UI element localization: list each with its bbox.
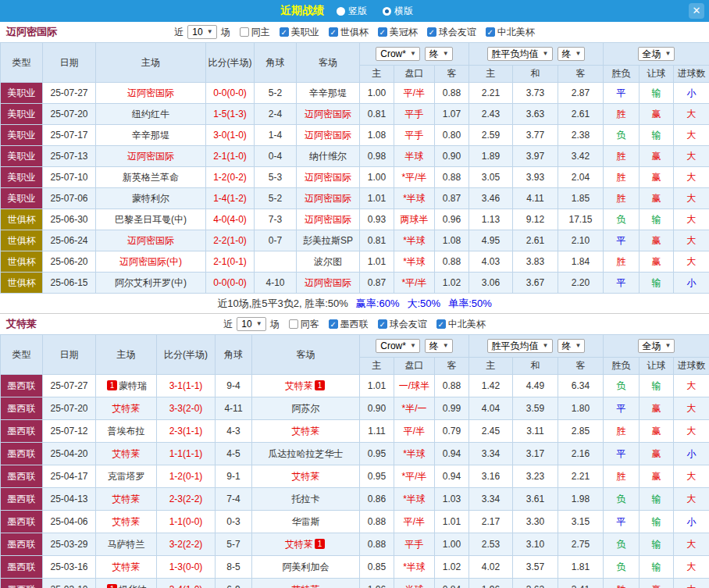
summary-line: 近10场,胜5平3负2, 胜率:50%赢率:60%大:50%单率:50% bbox=[0, 294, 709, 314]
asian-away-odds: 0.88 bbox=[435, 251, 469, 273]
filter-checkbox[interactable]: 同客 bbox=[289, 318, 319, 331]
match-date: 25-07-06 bbox=[43, 188, 96, 209]
team-name: 纽约红牛 bbox=[132, 109, 169, 119]
table-row: 美职业 25-07-27 迈阿密国际 0-0(0-0) 5-2 辛辛那堤 1.0… bbox=[1, 83, 709, 104]
euro-draw-odds: 2.61 bbox=[513, 230, 558, 251]
euro-away-odds: 1.80 bbox=[558, 397, 604, 420]
checkbox-icon[interactable] bbox=[240, 27, 249, 37]
team-name: 蒙特瑞 bbox=[119, 380, 147, 391]
score-cell: 1-2(0-2) bbox=[206, 167, 255, 188]
filter-checkbox[interactable]: 同主 bbox=[240, 26, 270, 39]
score-cell: 1-1(0-0) bbox=[157, 511, 216, 533]
match-scope-select[interactable]: 全场▼ bbox=[638, 47, 675, 61]
handicap-cell: *半/一 bbox=[394, 397, 435, 420]
euro-draw-odds: 3.17 bbox=[513, 443, 558, 465]
result-cell: 负 bbox=[604, 556, 640, 579]
handicap-result-cell: 赢 bbox=[640, 230, 674, 251]
match-scope-select[interactable]: 全场▼ bbox=[638, 339, 675, 353]
euro-stage-select[interactable]: 终▼ bbox=[558, 339, 586, 353]
checkbox-icon[interactable]: ✓ bbox=[329, 319, 338, 329]
league-badge: 美职业 bbox=[1, 167, 43, 188]
asian-away-odds: 0.84 bbox=[435, 579, 469, 588]
euro-draw-odds: 3.73 bbox=[513, 83, 558, 104]
league-badge: 墨西联 bbox=[1, 511, 43, 533]
euro-draw-odds: 3.59 bbox=[513, 397, 558, 420]
asian-home-odds: 0.85 bbox=[360, 556, 394, 579]
team-name: 迈阿密国际 bbox=[305, 130, 351, 141]
euro-home-odds: 1.13 bbox=[469, 209, 513, 230]
checkbox-icon[interactable]: ✓ bbox=[378, 27, 387, 37]
euro-stage-select[interactable]: 终▼ bbox=[558, 47, 586, 61]
euro-average-select[interactable]: 胜平负均值▼ bbox=[487, 339, 553, 353]
score-cell: 1-2(0-1) bbox=[157, 465, 216, 488]
goals-result-cell: 大 bbox=[674, 556, 709, 579]
recent-games-select[interactable]: 10▼ bbox=[237, 317, 265, 331]
home-team-cell: 1蒙特瑞 bbox=[96, 375, 157, 397]
checkbox-icon[interactable]: ✓ bbox=[329, 27, 338, 37]
goals-result-cell: 大 bbox=[674, 230, 709, 251]
checkbox-icon[interactable] bbox=[289, 319, 298, 329]
odds-stage-select[interactable]: 终▼ bbox=[425, 47, 453, 61]
away-team-cell: 迈阿密国际 bbox=[297, 104, 360, 125]
checkbox-icon[interactable]: ✓ bbox=[436, 319, 446, 329]
radio-icon[interactable] bbox=[337, 7, 345, 16]
table-row: 墨西联 25-03-16 艾特莱 1-3(0-0) 8-5 阿美利加会 0.85… bbox=[1, 556, 709, 579]
asian-odds-group-header: Crow*▼ 终▼ bbox=[360, 43, 469, 66]
result-cell: 胜 bbox=[604, 146, 640, 167]
handicap-result-cell: 赢 bbox=[640, 579, 674, 588]
team-name: 辛辛那堤 bbox=[132, 130, 169, 141]
score-cell: 1-4(1-2) bbox=[206, 188, 255, 209]
team-name: 艾特莱 bbox=[112, 403, 141, 414]
away-team-cell: 艾特莱 bbox=[252, 420, 360, 443]
bookmaker-select[interactable]: Crow*▼ bbox=[376, 47, 420, 61]
handicap-result-cell: 输 bbox=[640, 533, 674, 556]
asian-home-odds: 0.88 bbox=[360, 533, 394, 556]
goals-result-cell: 小 bbox=[674, 443, 709, 465]
result-cell: 胜 bbox=[604, 420, 640, 443]
filter-checkbox[interactable]: ✓美职业 bbox=[280, 26, 319, 39]
filter-checkbox[interactable]: ✓中北美杯 bbox=[436, 318, 486, 331]
asian-home-odds: 1.06 bbox=[360, 579, 394, 588]
home-team-cell: 普埃布拉 bbox=[96, 420, 157, 443]
filter-checkbox[interactable]: ✓中北美杯 bbox=[486, 26, 535, 39]
filter-checkbox[interactable]: ✓美冠杯 bbox=[378, 26, 418, 39]
col-header-handicap: 盘口 bbox=[394, 358, 435, 375]
filter-checkbox[interactable]: ✓球会友谊 bbox=[378, 318, 427, 331]
league-badge: 墨西联 bbox=[1, 533, 43, 556]
filter-checkbox[interactable]: ✓球会友谊 bbox=[427, 26, 476, 39]
filter-checkbox[interactable]: ✓墨西联 bbox=[329, 318, 369, 331]
table-row: 世俱杯 25-06-15 阿尔艾利开罗(中) 0-0(0-0) 4-10 迈阿密… bbox=[1, 273, 709, 294]
asian-away-odds: 1.03 bbox=[435, 488, 469, 511]
recent-games-select[interactable]: 10▼ bbox=[187, 25, 216, 39]
checkbox-icon[interactable]: ✓ bbox=[427, 27, 436, 37]
corners-cell: 2-4 bbox=[255, 104, 297, 125]
odds-stage-select[interactable]: 终▼ bbox=[425, 339, 453, 353]
team-name: 艾特莱 bbox=[285, 539, 313, 550]
filter-checkbox[interactable]: ✓世俱杯 bbox=[329, 26, 369, 39]
away-team-cell: 艾特莱 bbox=[252, 465, 360, 488]
radio-selected-icon[interactable] bbox=[383, 7, 391, 16]
away-team-cell: 华雷斯 bbox=[252, 511, 360, 533]
euro-average-select[interactable]: 胜平负均值▼ bbox=[487, 47, 553, 61]
close-button[interactable]: ✕ bbox=[689, 3, 704, 19]
recent-results-table-miami: 类型 日期 主场 比分(半场) 角球 客场 Crow*▼ 终▼ 胜平负均值▼ 终… bbox=[0, 42, 709, 294]
corners-cell: 9-4 bbox=[216, 375, 252, 397]
col-header-eu-draw: 和 bbox=[513, 358, 558, 375]
layout-radio-horizontal[interactable]: 横版 bbox=[383, 5, 413, 18]
team-name: 克雷塔罗 bbox=[108, 471, 145, 482]
checkbox-icon[interactable]: ✓ bbox=[486, 27, 495, 37]
bookmaker-select[interactable]: Crow*▼ bbox=[376, 339, 420, 353]
summary-stat: 赢率:60% bbox=[356, 298, 400, 309]
handicap-result-cell: 输 bbox=[640, 488, 674, 511]
team-name: 辛辛那堤 bbox=[309, 87, 347, 98]
handicap-cell: *平/半 bbox=[394, 465, 435, 488]
checkbox-icon[interactable]: ✓ bbox=[280, 27, 289, 37]
score-cell: 3-2(2-2) bbox=[157, 533, 216, 556]
match-date: 25-04-13 bbox=[43, 488, 96, 511]
score-cell: 2-1(1-0) bbox=[206, 146, 255, 167]
euro-away-odds: 2.61 bbox=[558, 104, 604, 125]
checkbox-icon[interactable]: ✓ bbox=[378, 319, 387, 329]
corners-cell: 5-7 bbox=[216, 533, 252, 556]
score-cell: 3-4(1-0) bbox=[157, 579, 216, 588]
layout-radio-vertical[interactable]: 竖版 bbox=[337, 5, 367, 18]
